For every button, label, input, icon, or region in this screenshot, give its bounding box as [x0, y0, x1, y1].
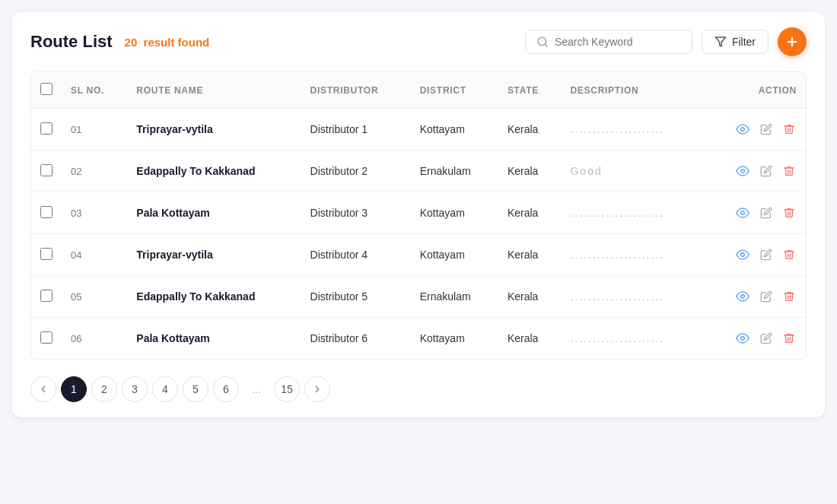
pagination-page-3[interactable]: 3 [122, 376, 148, 402]
svg-point-8 [741, 253, 745, 257]
pagination-page-1[interactable]: 1 [61, 376, 87, 402]
edit-button[interactable] [759, 163, 774, 179]
pagination-page-4[interactable]: 4 [152, 376, 178, 402]
filter-button[interactable]: Filter [702, 30, 769, 54]
svg-point-9 [741, 295, 745, 299]
row-route-name: Triprayar-vytila [127, 234, 301, 276]
row-sl-no: 04 [62, 234, 127, 276]
eye-icon [736, 164, 749, 178]
search-icon [536, 36, 549, 48]
result-number: 20 [125, 36, 138, 49]
row-state: Kerala [498, 234, 562, 276]
view-button[interactable] [734, 330, 751, 347]
pagination-page-5[interactable]: 5 [183, 376, 208, 402]
header-sl-no: SL NO. [62, 72, 127, 109]
header-distributor: DISTRIBUTOR [301, 72, 411, 109]
row-checkbox[interactable] [40, 164, 53, 176]
delete-button[interactable] [781, 122, 797, 137]
add-button[interactable] [778, 27, 807, 56]
pagination-pages: 123456...15 [61, 376, 300, 402]
edit-button[interactable] [759, 205, 774, 220]
search-input[interactable] [555, 36, 681, 48]
row-description: Good [561, 151, 703, 192]
row-action-cell [704, 192, 806, 234]
page-title: Route List [30, 32, 113, 52]
row-district: Kottayam [411, 234, 498, 276]
delete-button[interactable] [781, 331, 797, 346]
header-action: ACTION [704, 72, 806, 109]
row-action-cell [704, 234, 806, 276]
row-description: ..................... [561, 109, 703, 151]
header-checkbox-col [31, 72, 62, 109]
view-button[interactable] [734, 204, 751, 221]
row-checkbox-cell [31, 234, 62, 276]
pencil-icon [760, 290, 772, 303]
row-district: Kottayam [411, 109, 498, 151]
pencil-icon [760, 249, 772, 261]
view-button[interactable] [734, 246, 751, 263]
row-checkbox[interactable] [40, 248, 53, 260]
row-checkbox[interactable] [40, 331, 53, 344]
row-distributor: Distributor 5 [301, 276, 411, 318]
header-description: DESCRIPTION [561, 72, 703, 109]
result-count: 20 result found [125, 36, 210, 49]
row-checkbox[interactable] [40, 290, 53, 302]
delete-button[interactable] [781, 289, 797, 304]
trash-icon [783, 165, 795, 177]
pagination-page-2[interactable]: 2 [91, 376, 117, 402]
pagination-next[interactable] [304, 376, 330, 402]
row-checkbox-cell [31, 151, 62, 192]
search-box[interactable] [525, 30, 692, 54]
row-distributor: Distributor 1 [301, 109, 411, 151]
header-left: Route List 20 result found [30, 32, 209, 52]
row-district: Kottayam [411, 192, 498, 234]
table-row: 02 Edappally To Kakkanad Distributor 2 E… [31, 151, 806, 192]
view-button[interactable] [734, 288, 751, 305]
chevron-right-icon [312, 384, 323, 395]
eye-icon [736, 206, 749, 220]
row-sl-no: 03 [62, 192, 127, 234]
row-checkbox[interactable] [40, 206, 53, 218]
row-checkbox-cell [31, 276, 62, 318]
row-state: Kerala [498, 109, 562, 151]
svg-line-1 [545, 44, 547, 46]
edit-button[interactable] [759, 289, 774, 304]
delete-button[interactable] [781, 205, 797, 220]
row-district: Kottayam [411, 318, 498, 360]
pagination-prev[interactable] [30, 376, 56, 402]
edit-button[interactable] [759, 247, 774, 262]
pagination-page-6[interactable]: 6 [213, 376, 239, 402]
row-checkbox[interactable] [40, 122, 53, 135]
row-description: ..................... [561, 234, 703, 276]
table-container: SL NO. ROUTE NAME DISTRIBUTOR DISTRICT S… [30, 71, 807, 360]
select-all-checkbox[interactable] [40, 83, 53, 95]
eye-icon [736, 331, 749, 345]
edit-button[interactable] [759, 122, 774, 137]
eye-icon [736, 122, 749, 136]
row-action-cell [704, 151, 806, 192]
row-distributor: Distributor 2 [301, 151, 411, 192]
eye-icon [736, 248, 749, 262]
row-state: Kerala [498, 318, 562, 360]
edit-button[interactable] [759, 331, 774, 346]
pagination-page-15[interactable]: 15 [274, 376, 300, 402]
row-checkbox-cell [31, 192, 62, 234]
row-state: Kerala [498, 192, 562, 234]
table-row: 03 Pala Kottayam Distributor 3 Kottayam … [31, 192, 806, 234]
row-action-cell [704, 318, 806, 360]
row-distributor: Distributor 3 [301, 192, 411, 234]
row-sl-no: 05 [62, 276, 127, 318]
svg-point-7 [741, 211, 745, 215]
svg-point-6 [741, 170, 745, 173]
view-button[interactable] [734, 163, 751, 179]
view-button[interactable] [734, 121, 751, 138]
pagination-ellipsis: ... [243, 376, 269, 402]
delete-button[interactable] [781, 163, 797, 179]
row-checkbox-cell [31, 109, 62, 151]
filter-icon [714, 36, 727, 48]
row-sl-no: 02 [62, 151, 127, 192]
row-route-name: Pala Kottayam [127, 318, 301, 360]
table-header-row: SL NO. ROUTE NAME DISTRIBUTOR DISTRICT S… [31, 72, 806, 109]
delete-button[interactable] [781, 247, 797, 262]
row-description: ..................... [561, 276, 703, 318]
